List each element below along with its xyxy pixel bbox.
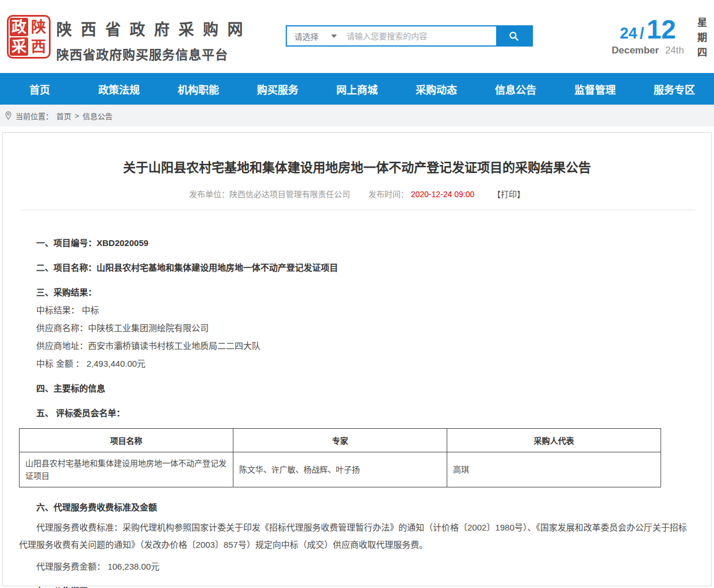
publish-time-label: 发布时间： [368, 190, 409, 199]
breadcrumb-home[interactable]: 首页 [56, 110, 71, 121]
location-pin-icon [5, 111, 12, 120]
date-text: December 24th [612, 45, 684, 56]
agency-fee-standard: 代理服务费收费标准：采购代理机构参照国家计委关于印发《招标代理服务收费管理暂行办… [19, 519, 695, 554]
date-widget: 24 / 12 December 24th [612, 14, 684, 56]
nav-item-procurement[interactable]: 采购动态 [397, 73, 476, 105]
date-weekday: 星期四 [694, 17, 708, 62]
table-header-row: 项目名称 专家 采购人代表 [20, 429, 661, 452]
publisher-label: 发布单位： [189, 190, 229, 199]
search-button[interactable] [496, 26, 532, 45]
table-row: 山阳县农村宅基地和集体建设用地房地一体不动产登记发证项目 陈文华、许广敏、杨战辉… [20, 452, 661, 487]
site-title: 陕 西 省 政 府 采 购 网 [56, 17, 245, 40]
col-header-project: 项目名称 [20, 429, 233, 452]
cell-buyer-rep: 高琪 [447, 452, 661, 487]
nav-item-functions[interactable]: 机构职能 [159, 73, 238, 105]
main-nav: 首页 政策法规 机构职能 购买服务 网上商城 采购动态 信息公告 监督管理 服务… [0, 73, 714, 105]
supplier-name: 供应商名称：中陕核工业集团测绘院有限公司 [19, 323, 695, 333]
cell-experts: 陈文华、许广敏、杨战辉、叶子扬 [233, 452, 447, 487]
nav-item-purchase[interactable]: 购买服务 [238, 73, 317, 105]
date-month-name: December [612, 45, 659, 56]
breadcrumb-current: 信息公告 [83, 110, 113, 121]
search-input[interactable] [347, 26, 496, 45]
result-line: 中标结果： 中标 [19, 305, 695, 315]
col-header-experts: 专家 [233, 429, 447, 452]
nav-item-announcement[interactable]: 信息公告 [476, 73, 555, 105]
search-select-label: 请选择 [294, 30, 318, 42]
cell-project-name: 山阳县农村宅基地和集体建设用地房地一体不动产登记发证项目 [20, 452, 233, 487]
site-subtitle: 陕西省政府购买服务信息平台 [56, 44, 245, 63]
section-project-name: 二、项目名称：山阳县农村宅基地和集体建设用地房地一体不动产登记发证项目 [19, 263, 695, 272]
logo-char: 陕 [29, 18, 48, 36]
publisher-info: 发布单位：陕西信必达项目管理有限责任公司 [189, 190, 350, 199]
section-committee: 五、 评标委员会名单： [19, 408, 695, 418]
date-numeric: 24 / 12 [612, 14, 684, 45]
search-category-select[interactable]: 请选择 [287, 26, 347, 45]
date-month: 12 [647, 14, 676, 44]
section-result-heading: 三、采购结果： [19, 287, 695, 297]
page-title: 关于山阳县农村宅基地和集体建设用地房地一体不动产登记发证项目的采购结果公告 [19, 157, 695, 175]
section-project-number: 一、项目编号：XBD2020059 [19, 238, 695, 248]
breadcrumb-label: 当前位置： [16, 110, 53, 121]
search-bar: 请选择 [286, 25, 533, 47]
site-titles: 陕 西 省 政 府 采 购 网 陕西省政府购买服务信息平台 [56, 17, 245, 63]
section-main-subject: 四、主要标的信息 [19, 383, 695, 393]
nav-item-online-mall[interactable]: 网上商城 [317, 73, 397, 105]
article-panel: 关于山阳县农村宅基地和集体建设用地房地一体不动产登记发证项目的采购结果公告 发布… [2, 132, 712, 586]
logo-char: 西 [29, 37, 48, 56]
chevron-down-icon [331, 34, 337, 38]
committee-table: 项目名称 专家 采购人代表 山阳县农村宅基地和集体建设用地房地一体不动产登记发证… [19, 428, 661, 487]
date-day-ordinal: 24th [665, 45, 684, 56]
article-meta: 发布单位：陕西信必达项目管理有限责任公司 发布时间： 2020-12-24 09… [19, 188, 695, 199]
nav-item-home[interactable]: 首页 [0, 73, 79, 105]
publisher-value: 陕西信必达项目管理有限责任公司 [229, 190, 350, 199]
divider [19, 210, 695, 210]
award-amount: 中标 金额 ： 2,493,440.00元 [19, 359, 695, 368]
publish-time-value: 2020-12-24 09:00 [411, 190, 475, 199]
logo-char: 采 [10, 37, 28, 56]
date-day: 24 [620, 25, 637, 42]
breadcrumb-separator: > [75, 112, 79, 120]
breadcrumb: 当前位置： 首页 > 信息公告 [0, 105, 714, 126]
search-icon [508, 30, 520, 42]
site-header: 政 陕 采 西 陕 西 省 政 府 采 购 网 陕西省政府购买服务信息平台 请选… [0, 0, 714, 73]
nav-item-policy[interactable]: 政策法规 [79, 73, 159, 105]
col-header-buyer-rep: 采购人代表 [447, 429, 661, 452]
site-logo[interactable]: 政 陕 采 西 [7, 15, 51, 59]
print-button[interactable]: 【打印】 [493, 190, 525, 199]
nav-item-supervision[interactable]: 监督管理 [555, 73, 635, 105]
nav-item-service-zone[interactable]: 服务专区 [635, 73, 714, 105]
date-separator: / [640, 25, 644, 42]
supplier-address: 供应商地址：西安市灞桥镇读书村核工业地质局二二四大队 [19, 341, 695, 351]
section-agency-fee: 六、代理服务费收费标准及金额 [19, 502, 695, 512]
agency-fee-amount: 代理服务费金额： 106,238.00元 [19, 562, 695, 571]
logo-char: 政 [10, 18, 28, 36]
